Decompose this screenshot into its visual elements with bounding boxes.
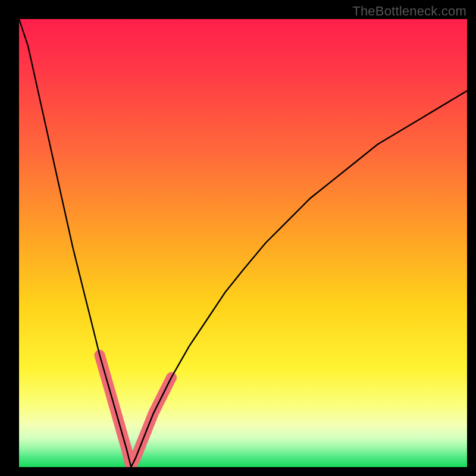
curve-layer	[19, 19, 467, 467]
plot-area	[19, 19, 467, 467]
chart-frame: TheBottleneck.com	[0, 0, 476, 476]
watermark-text: TheBottleneck.com	[352, 4, 466, 19]
bottleneck-curve	[19, 19, 467, 467]
highlight-segment	[100, 355, 172, 467]
